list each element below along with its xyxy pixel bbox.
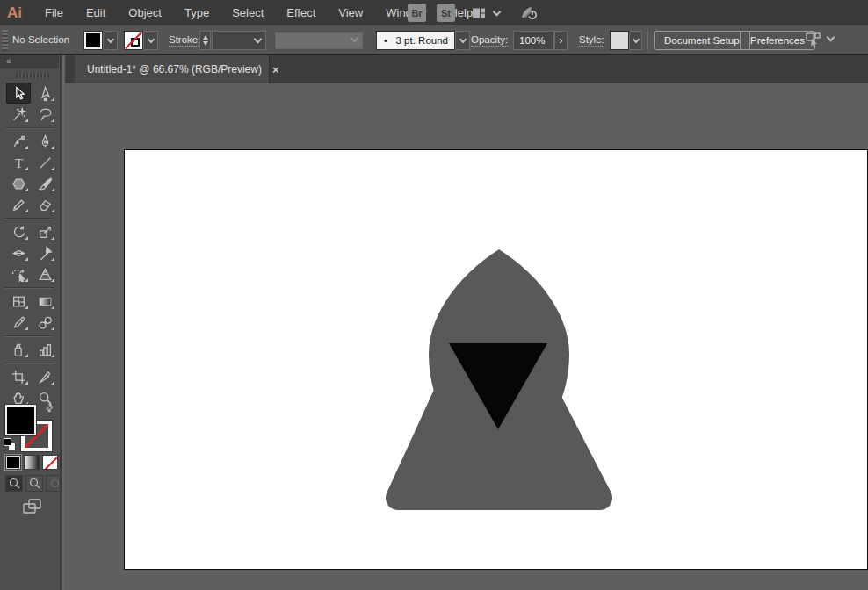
draw-normal-button[interactable] [5,475,23,492]
opacity-input[interactable]: 100% [513,31,554,50]
tools-panel-header[interactable]: « [0,55,65,68]
change-screen-mode-button[interactable] [22,497,43,516]
tool-pen[interactable] [33,131,57,152]
divider [647,30,648,51]
style-label[interactable]: Style: [579,34,604,47]
brush-chevron-icon[interactable] [455,31,470,50]
document-tab-title: Untitled-1* @ 66.67% (RGB/Preview) [75,63,262,76]
color-controls: ⇄ [0,402,59,590]
type-glyph: T [14,155,22,169]
tool-blend[interactable] [33,312,57,333]
tool-polygon-shape[interactable] [6,173,31,194]
tool-paintbrush[interactable] [33,173,57,194]
selection-status: No Selection [12,34,69,45]
document-tab[interactable]: Untitled-1* @ 66.67% (RGB/Preview) × [75,55,270,83]
tool-selection[interactable] [6,83,31,104]
tool-mesh[interactable] [6,291,31,312]
stroke-color-chevron-icon[interactable] [143,31,158,50]
document-setup-button[interactable]: Document Setup [654,31,750,50]
menu-view[interactable]: View [327,0,374,25]
tool-gradient[interactable] [33,291,57,312]
workspace-chevron-icon[interactable] [493,7,502,16]
tool-curvature[interactable] [6,131,31,152]
tool-eyedropper[interactable] [6,312,31,333]
tool-symbol-sprayer[interactable] [6,339,31,360]
style-chevron-icon[interactable] [629,31,642,50]
app-logo-icon: Ai [7,4,33,22]
tool-type[interactable]: T [6,152,31,173]
tool-slice[interactable] [33,366,57,387]
panel-grip[interactable] [2,30,8,51]
tab-close-icon[interactable]: × [272,63,279,76]
stroke-weight-stepper[interactable] [199,31,211,50]
tool-width[interactable] [6,242,31,263]
swap-fill-stroke-icon[interactable]: ⇄ [43,401,57,415]
menu-select[interactable]: Select [221,0,275,25]
tool-line-segment[interactable] [33,152,57,173]
stroke-weight-label[interactable]: Stroke: [169,34,200,47]
fill-color-swatch[interactable] [83,31,103,50]
gpu-performance-icon[interactable] [519,4,539,22]
control-bar: No Selection Stroke: • 3 pt. Round Opaci… [0,25,868,55]
tool-scale[interactable] [33,221,57,242]
draw-behind-button[interactable] [25,475,43,492]
stroke-color-swatch[interactable] [124,31,143,50]
brush-name: 3 pt. Round [396,35,448,46]
tool-lasso[interactable] [33,104,57,125]
collapse-panel-icon[interactable]: « [6,56,11,66]
fill-indicator[interactable] [5,405,36,435]
tool-shape-builder[interactable] [6,263,31,284]
opacity-label[interactable]: Opacity: [471,34,508,47]
menu-object[interactable]: Object [117,0,173,25]
workspace-switcher-icon[interactable] [471,6,487,20]
none-mode-button[interactable] [42,455,58,470]
tool-direct-selection[interactable] [33,83,57,104]
brush-definition-field[interactable]: • 3 pt. Round [376,31,455,50]
panel-edge-divider [59,55,65,590]
menu-effect[interactable]: Effect [275,0,327,25]
opacity-arrow-button[interactable]: › [554,31,568,50]
menu-edit[interactable]: Edit [75,0,117,25]
tool-rotate[interactable] [6,221,31,242]
color-mode-button[interactable] [5,455,21,470]
tool-puppet-warp[interactable] [33,242,57,263]
select-similar-icon[interactable] [805,32,822,49]
stock-button[interactable]: St [437,4,455,22]
tool-eraser[interactable] [33,194,57,215]
tools-panel: « [0,55,65,590]
style-swatch[interactable] [610,31,629,50]
document-tab-bar: Untitled-1* @ 66.67% (RGB/Preview) × [0,55,868,83]
fill-color-chevron-icon[interactable] [103,31,118,50]
tools-panel-grip[interactable] [0,68,65,83]
gradient-mode-button[interactable] [24,455,40,470]
artboard[interactable] [124,149,868,570]
brush-dot-icon: • [384,36,387,46]
canvas-pasteboard[interactable] [65,83,868,590]
illustrator-window: Ai File Edit Object Type Select Effect V… [0,0,868,590]
default-fill-stroke-icon[interactable] [4,438,16,450]
menu-bar: Ai File Edit Object Type Select Effect V… [0,0,868,25]
tool-artboard[interactable] [6,366,31,387]
bridge-button[interactable]: Br [408,4,426,22]
select-similar-chevron-icon[interactable] [827,33,835,42]
tool-pencil[interactable] [6,194,31,215]
menu-type[interactable]: Type [173,0,221,25]
menu-file[interactable]: File [33,0,75,25]
tool-column-graph[interactable] [33,339,57,360]
tool-perspective-grid[interactable] [33,263,57,284]
stroke-weight-combo[interactable] [212,31,266,50]
hooded-figure-artwork[interactable] [125,150,868,571]
tool-magic-wand[interactable] [6,104,31,125]
width-profile-dropdown [275,32,363,49]
